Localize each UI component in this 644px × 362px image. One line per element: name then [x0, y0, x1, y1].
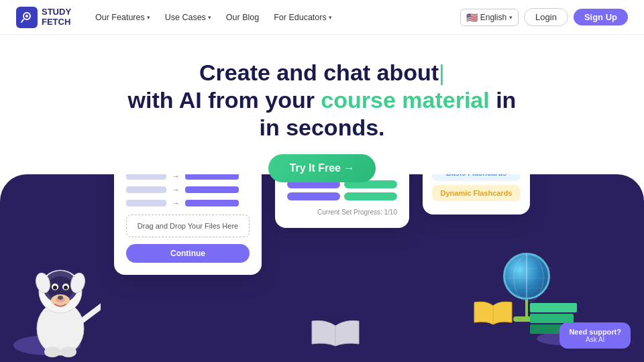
nav-use-cases[interactable]: Use Cases ▾: [160, 10, 217, 25]
open-book-center: [309, 316, 362, 352]
chevron-down-icon: ▾: [147, 14, 150, 21]
nav-for-educators[interactable]: For Educators ▾: [268, 10, 337, 25]
drop-zone-label: Drag and Drop Your Files Here: [138, 222, 238, 230]
chevron-down-icon: ▾: [208, 14, 211, 21]
highlight-text: course material: [321, 87, 489, 113]
nav-our-features[interactable]: Our Features ▾: [90, 10, 156, 25]
globe: [503, 253, 550, 300]
cursor: |: [439, 60, 445, 85]
nav-blog[interactable]: Our Blog: [221, 10, 264, 25]
open-book-decoration: [473, 299, 513, 328]
globe-stand: [525, 300, 528, 316]
svg-point-19: [60, 347, 76, 357]
drop-zone[interactable]: Drag and Drop Your Files Here: [126, 215, 250, 237]
logo-icon: [16, 7, 38, 28]
svg-point-1: [25, 15, 28, 17]
chevron-down-icon: ▾: [509, 14, 513, 21]
support-sublabel: Ask AI: [569, 336, 621, 343]
continue-button[interactable]: Continue: [126, 244, 250, 263]
hero-title: Create and chat about| with AI from your…: [13, 59, 631, 141]
login-button[interactable]: Login: [524, 8, 568, 26]
bar-right: [185, 200, 239, 206]
support-label: Need support?: [569, 328, 621, 336]
content-row: →: [126, 198, 250, 208]
try-free-button[interactable]: Try It Free →: [268, 154, 376, 182]
svg-point-9: [53, 286, 57, 290]
svg-line-2: [21, 19, 23, 22]
flag-icon: 🇺🇸: [466, 12, 478, 23]
language-selector[interactable]: 🇺🇸 English ▾: [460, 9, 519, 26]
nav-links: Our Features ▾ Use Cases ▾ Our Blog For …: [90, 10, 460, 25]
logo[interactable]: STUDY FETCH: [16, 7, 71, 28]
hero-section: Create and chat about| with AI from your…: [0, 35, 644, 196]
book: [530, 303, 577, 312]
navbar: STUDY FETCH Our Features ▾ Use Cases ▾ O…: [0, 0, 644, 35]
signup-button[interactable]: Sign Up: [574, 9, 628, 25]
quiz-progress: Current Set Progress: 1/10: [287, 208, 397, 216]
chevron-down-icon: ▾: [329, 14, 332, 21]
bottom-section: Create a study set → →: [0, 174, 644, 362]
logo-text: STUDY FETCH: [42, 7, 71, 27]
svg-point-13: [58, 296, 63, 300]
mascot-illustration: [20, 241, 101, 349]
arrow-icon: →: [172, 198, 180, 208]
lang-label: English: [480, 13, 506, 22]
book: [530, 314, 574, 323]
svg-line-16: [80, 302, 101, 322]
nav-right: 🇺🇸 English ▾ Login Sign Up: [460, 8, 628, 26]
svg-point-18: [44, 347, 60, 357]
support-button[interactable]: Need support? Ask AI: [559, 322, 631, 349]
bar-left: [126, 200, 166, 206]
svg-point-10: [64, 286, 68, 290]
